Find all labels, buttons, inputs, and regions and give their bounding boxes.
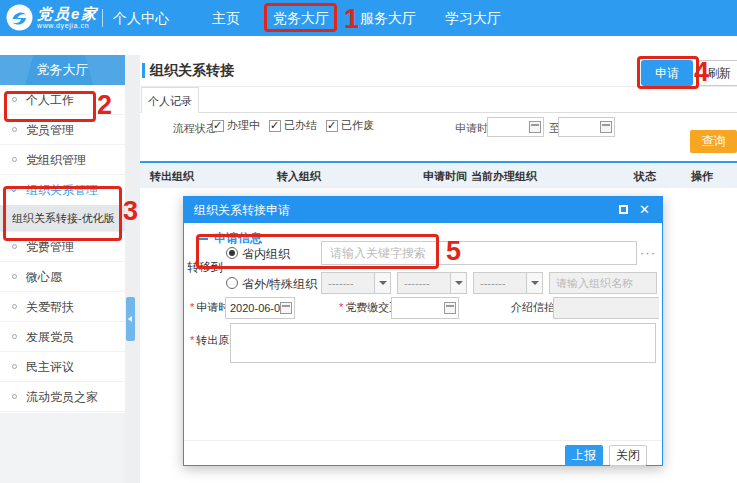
- region-select-3[interactable]: -------: [473, 272, 543, 294]
- keyword-search-input[interactable]: [321, 241, 637, 265]
- radio-outside-org[interactable]: [226, 277, 238, 289]
- radio-province-org-label[interactable]: 省内组织: [242, 246, 290, 263]
- logo-swirl-icon: [6, 4, 33, 31]
- submit-button[interactable]: 上报: [565, 445, 603, 466]
- tab-personal-records[interactable]: 个人记录: [141, 87, 199, 113]
- sidebar-subitem-org-transfer[interactable]: 组织关系转接-优化版: [0, 205, 125, 232]
- nav-home[interactable]: 主页: [212, 0, 240, 36]
- transfer-reason-textarea[interactable]: [230, 323, 656, 363]
- bullet-icon: [12, 274, 17, 279]
- screen: 党员e家 www.dyejia.cn 个人中心 主页 党务大厅 服务大厅 学习大…: [0, 0, 737, 483]
- sidebar-gap: [125, 55, 140, 483]
- status-filter-label: 流程状态: [173, 121, 217, 136]
- sidebar-item-org-mgmt[interactable]: 党组织管理: [0, 145, 125, 175]
- fee-paid-until-input[interactable]: [391, 297, 459, 319]
- nav-study-hall[interactable]: 学习大厅: [445, 0, 501, 36]
- status-checkbox-group: 办理中 已办结 已作废: [212, 118, 374, 133]
- sidebar-item-org-relation-mgmt[interactable]: »组织关系管理: [0, 175, 125, 205]
- checkbox-label: 办理中: [227, 118, 260, 133]
- calendar-icon[interactable]: [280, 302, 292, 314]
- section-apply-info[interactable]: 申请信息: [198, 230, 262, 247]
- checkbox-label: 已作废: [341, 118, 374, 133]
- apply-time-input[interactable]: 2020-06-09: [225, 297, 295, 319]
- bullet-icon: [12, 127, 17, 132]
- radio-outside-org-label[interactable]: 省外/特殊组织: [242, 276, 317, 293]
- bullet-icon: [12, 364, 17, 369]
- region-select-1[interactable]: -------: [321, 272, 391, 294]
- checkbox-in-progress[interactable]: 办理中: [212, 118, 260, 133]
- col-current-org: 当前办理组织: [471, 169, 537, 184]
- sidebar-item-member-mgmt[interactable]: 党员管理: [0, 115, 125, 145]
- bullet-icon: [12, 304, 17, 309]
- transfer-apply-modal: 组织关系转接申请 ✕ 申请信息 转移到 省内组织 ··· 省外/特殊组织 ---…: [183, 196, 663, 466]
- chevron-down-icon: [374, 273, 390, 293]
- sidebar-item-develop-member[interactable]: 发展党员: [0, 322, 125, 352]
- nav-service-hall[interactable]: 服务大厅: [360, 0, 416, 36]
- bullet-icon: [12, 244, 17, 249]
- sidebar-item-micro-wish[interactable]: 微心愿: [0, 262, 125, 292]
- select-value: -------: [328, 277, 354, 289]
- refresh-button[interactable]: 刷新: [698, 60, 737, 86]
- page-title: 组织关系转接: [142, 62, 234, 80]
- sidebar-item-personal-work[interactable]: 个人工作: [0, 85, 125, 115]
- bullet-icon: [12, 97, 17, 102]
- more-options-icon[interactable]: ···: [640, 245, 656, 260]
- sidebar-item-label: 民主评议: [26, 360, 74, 374]
- select-value: -------: [480, 277, 506, 289]
- checkbox-label: 已办结: [284, 118, 317, 133]
- col-transfer-in-org: 转入组织: [277, 169, 321, 184]
- sidebar-item-label: 党组织管理: [26, 153, 86, 167]
- nav-party-hall[interactable]: 党务大厅: [273, 0, 329, 36]
- sidebar-item-label: 关爱帮扶: [26, 300, 74, 314]
- radio-province-org[interactable]: [226, 247, 238, 259]
- sidebar-item-label: 个人工作: [26, 93, 74, 107]
- sidebar-menu: 个人工作 党员管理 党组织管理 »组织关系管理 组织关系转接-优化版 党费管理 …: [0, 85, 125, 412]
- sidebar-item-democratic-review[interactable]: 民主评议: [0, 352, 125, 382]
- sidebar-item-label: 组织关系管理: [26, 183, 98, 197]
- transfer-to-label: 转移到: [187, 259, 223, 276]
- apply-time-from-input[interactable]: [487, 117, 544, 137]
- site-logo[interactable]: 党员e家 www.dyejia.cn: [6, 4, 98, 31]
- top-navbar: 党员e家 www.dyejia.cn 个人中心 主页 党务大厅 服务大厅 学习大…: [0, 0, 737, 36]
- col-action: 操作: [691, 169, 713, 184]
- sidebar-item-label: 流动党员之家: [26, 390, 98, 404]
- sidebar-item-label: 党员管理: [26, 123, 74, 137]
- checkbox-completed[interactable]: 已办结: [269, 118, 317, 133]
- nav-personal-center[interactable]: 个人中心: [113, 0, 169, 36]
- sidebar-item-mobile-member-home[interactable]: 流动党员之家: [0, 382, 125, 412]
- sidebar-item-label: 发展党员: [26, 330, 74, 344]
- sidebar-item-label: 党费管理: [26, 240, 74, 254]
- region-select-2[interactable]: -------: [397, 272, 467, 294]
- calendar-icon[interactable]: [600, 121, 612, 133]
- sidebar-collapse-handle[interactable]: [126, 297, 135, 341]
- chevron-down-icon: [450, 273, 466, 293]
- close-icon[interactable]: ✕: [639, 197, 650, 223]
- col-apply-time: 申请时间: [423, 169, 467, 184]
- sidebar-item-care-support[interactable]: 关爱帮扶: [0, 292, 125, 322]
- bullet-icon: [12, 157, 17, 162]
- double-chevron-down-icon: »: [0, 183, 29, 195]
- checkbox-checked-icon: [326, 120, 338, 132]
- apply-time-to-input[interactable]: [558, 117, 615, 137]
- checkbox-checked-icon: [212, 120, 224, 132]
- modal-close-button[interactable]: 关闭: [609, 445, 647, 466]
- checkbox-voided[interactable]: 已作废: [326, 118, 374, 133]
- col-status: 状态: [634, 169, 656, 184]
- sidebar-item-fee-mgmt[interactable]: 党费管理: [0, 232, 125, 262]
- collapse-minus-icon: [198, 238, 208, 240]
- maximize-icon[interactable]: [619, 205, 628, 214]
- logo-text: 党员e家 www.dyejia.cn: [37, 6, 98, 30]
- sidebar: 党务大厅 个人工作 党员管理 党组织管理 »组织关系管理 组织关系转接-优化版 …: [0, 55, 125, 412]
- checkbox-checked-icon: [269, 120, 281, 132]
- search-button[interactable]: 查询: [690, 130, 737, 153]
- apply-button[interactable]: 申请: [641, 60, 693, 86]
- section-label: 申请信息: [214, 231, 262, 245]
- select-value: -------: [404, 277, 430, 289]
- calendar-icon[interactable]: [444, 302, 456, 314]
- chevron-down-icon: [526, 273, 542, 293]
- org-name-input[interactable]: [549, 272, 657, 294]
- modal-footer-divider: [184, 440, 662, 441]
- calendar-icon[interactable]: [529, 121, 541, 133]
- col-transfer-out-org: 转出组织: [150, 169, 194, 184]
- sidebar-background: [0, 413, 125, 483]
